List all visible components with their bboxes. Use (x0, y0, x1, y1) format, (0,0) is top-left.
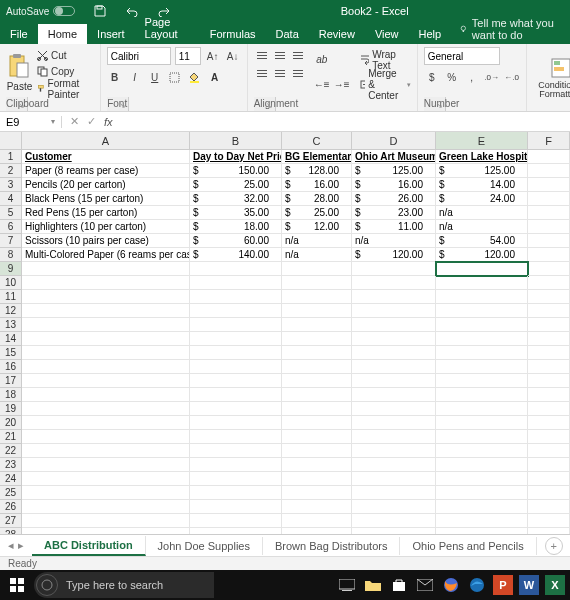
tab-review[interactable]: Review (309, 24, 365, 44)
font-name-select[interactable]: Calibri (107, 47, 171, 65)
enter-formula-icon[interactable]: ✓ (87, 115, 96, 128)
cell-c20[interactable] (282, 416, 352, 430)
cell-a4[interactable]: Black Pens (15 per carton) (22, 192, 190, 206)
cell-a12[interactable] (22, 304, 190, 318)
cell-a11[interactable] (22, 290, 190, 304)
cell-e15[interactable] (436, 346, 528, 360)
cell-a19[interactable] (22, 402, 190, 416)
cell-f12[interactable] (528, 304, 570, 318)
cell-e10[interactable] (436, 276, 528, 290)
cell-a7[interactable]: Scissors (10 pairs per case) (22, 234, 190, 248)
cell-b20[interactable] (190, 416, 282, 430)
cell-f3[interactable] (528, 178, 570, 192)
cell-c16[interactable] (282, 360, 352, 374)
rowhdr-1[interactable]: 1 (0, 150, 22, 164)
cell-b7[interactable]: 60.00 (190, 234, 282, 248)
colhdr-b[interactable]: B (190, 132, 282, 149)
cell-c10[interactable] (282, 276, 352, 290)
cell-e4[interactable]: 24.00 (436, 192, 528, 206)
cell-a26[interactable] (22, 500, 190, 514)
cell-c13[interactable] (282, 318, 352, 332)
tab-insert[interactable]: Insert (87, 24, 135, 44)
cell-c24[interactable] (282, 472, 352, 486)
cell-a2[interactable]: Paper (8 reams per case) (22, 164, 190, 178)
rowhdr-3[interactable]: 3 (0, 178, 22, 192)
cell-e5[interactable]: n/a (436, 206, 528, 220)
cell-e27[interactable] (436, 514, 528, 528)
cell-d25[interactable] (352, 486, 436, 500)
cell-c23[interactable] (282, 458, 352, 472)
cell-d7[interactable]: n/a (352, 234, 436, 248)
cell-e3[interactable]: 14.00 (436, 178, 528, 192)
store-icon[interactable] (388, 574, 410, 596)
cell-a14[interactable] (22, 332, 190, 346)
autosave-toggle[interactable]: AutoSave (0, 6, 81, 17)
rowhdr-6[interactable]: 6 (0, 220, 22, 234)
cell-a20[interactable] (22, 416, 190, 430)
cell-a13[interactable] (22, 318, 190, 332)
cell-f10[interactable] (528, 276, 570, 290)
fill-color-button[interactable] (187, 69, 203, 85)
align-bottom[interactable] (290, 47, 306, 63)
cell-d14[interactable] (352, 332, 436, 346)
cell-d4[interactable]: 26.00 (352, 192, 436, 206)
rowhdr-17[interactable]: 17 (0, 374, 22, 388)
cell-a10[interactable] (22, 276, 190, 290)
cell-d21[interactable] (352, 430, 436, 444)
cell-f21[interactable] (528, 430, 570, 444)
cell-f24[interactable] (528, 472, 570, 486)
cell-f18[interactable] (528, 388, 570, 402)
cell-b13[interactable] (190, 318, 282, 332)
cell-c11[interactable] (282, 290, 352, 304)
cell-b2[interactable]: 150.00 (190, 164, 282, 178)
rowhdr-9[interactable]: 9 (0, 262, 22, 276)
cell-c19[interactable] (282, 402, 352, 416)
cell-b21[interactable] (190, 430, 282, 444)
colhdr-e[interactable]: E (436, 132, 528, 149)
cell-d5[interactable]: 23.00 (352, 206, 436, 220)
rowhdr-22[interactable]: 22 (0, 444, 22, 458)
cell-e1[interactable]: Green Lake Hospital (436, 150, 528, 164)
tab-formulas[interactable]: Formulas (200, 24, 266, 44)
italic-button[interactable]: I (127, 69, 143, 85)
align-left[interactable] (254, 65, 270, 81)
cell-c14[interactable] (282, 332, 352, 346)
cell-b11[interactable] (190, 290, 282, 304)
cell-f15[interactable] (528, 346, 570, 360)
cell-b6[interactable]: 18.00 (190, 220, 282, 234)
cell-a22[interactable] (22, 444, 190, 458)
excel-icon[interactable]: X (544, 574, 566, 596)
cell-b23[interactable] (190, 458, 282, 472)
cell-b8[interactable]: 140.00 (190, 248, 282, 262)
cell-e23[interactable] (436, 458, 528, 472)
powerpoint-icon[interactable]: P (492, 574, 514, 596)
cell-c12[interactable] (282, 304, 352, 318)
rowhdr-27[interactable]: 27 (0, 514, 22, 528)
cell-f2[interactable] (528, 164, 570, 178)
cell-d13[interactable] (352, 318, 436, 332)
rowhdr-15[interactable]: 15 (0, 346, 22, 360)
paste-button[interactable]: Paste (6, 47, 33, 97)
cell-f17[interactable] (528, 374, 570, 388)
cell-a25[interactable] (22, 486, 190, 500)
cell-a18[interactable] (22, 388, 190, 402)
rowhdr-19[interactable]: 19 (0, 402, 22, 416)
border-button[interactable] (167, 69, 183, 85)
cell-d24[interactable] (352, 472, 436, 486)
cell-d12[interactable] (352, 304, 436, 318)
cell-d27[interactable] (352, 514, 436, 528)
tab-data[interactable]: Data (266, 24, 309, 44)
cell-c4[interactable]: 28.00 (282, 192, 352, 206)
cell-c26[interactable] (282, 500, 352, 514)
accounting-format[interactable]: $ (424, 69, 440, 85)
cell-c6[interactable]: 12.00 (282, 220, 352, 234)
cell-a1[interactable]: Customer (22, 150, 190, 164)
cell-e13[interactable] (436, 318, 528, 332)
tab-home[interactable]: Home (38, 24, 87, 44)
cell-d18[interactable] (352, 388, 436, 402)
cell-b4[interactable]: 32.00 (190, 192, 282, 206)
folder-icon[interactable] (362, 574, 384, 596)
cell-e17[interactable] (436, 374, 528, 388)
firefox-icon[interactable] (440, 574, 462, 596)
cell-f7[interactable] (528, 234, 570, 248)
